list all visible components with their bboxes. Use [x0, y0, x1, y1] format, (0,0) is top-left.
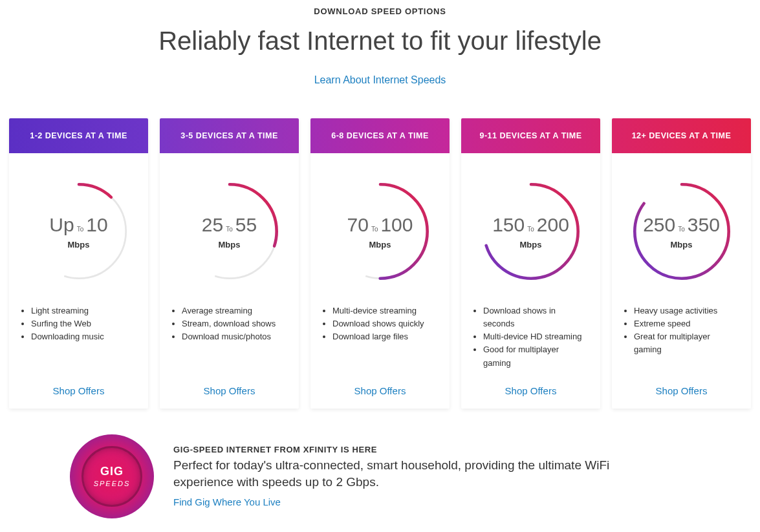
plan-feature: Downloading music	[31, 330, 138, 343]
plan-feature: Multi-device HD streaming	[483, 330, 590, 343]
plan-feature-list: Light streamingSurfing the WebDownloadin…	[9, 304, 148, 370]
speed-high: 350	[688, 214, 720, 236]
speed-to-label: To	[371, 226, 378, 233]
gig-promo: GIG SPEEDS GIG-SPEED INTERNET FROM XFINI…	[0, 409, 760, 531]
speed-gauge: 70To100Mbps	[310, 153, 450, 295]
section-eyebrow: DOWNLOAD SPEED OPTIONS	[0, 0, 760, 16]
gig-text-block: GIG-SPEED INTERNET FROM XFINITY IS HERE …	[173, 445, 689, 508]
shop-offers-link[interactable]: Shop Offers	[505, 385, 557, 396]
speed-high: 10	[86, 214, 107, 236]
speed-low: 150	[492, 214, 525, 236]
plan-card-list: 1-2 DEVICES AT A TIMEUpTo10MbpsLight str…	[0, 118, 760, 409]
plan-feature-list: Average streamingStream, download showsD…	[160, 304, 299, 370]
plan-feature: Stream, download shows	[182, 317, 288, 330]
plan-devices-label: 6-8 DEVICES AT A TIME	[310, 118, 450, 153]
plan-devices-label: 1-2 DEVICES AT A TIME	[9, 118, 148, 153]
gig-badge-title: GIG	[100, 465, 124, 478]
speed-gauge: 250To350Mbps	[612, 153, 751, 295]
speed-to-label: To	[226, 226, 233, 233]
plan-feature: Great for multiplayer gaming	[634, 330, 741, 356]
plan-feature: Good for multiplayer gaming	[483, 343, 590, 369]
speed-gauge: 25To55Mbps	[160, 153, 299, 295]
plan-devices-label: 9-11 DEVICES AT A TIME	[461, 118, 600, 153]
plan-devices-label: 12+ DEVICES AT A TIME	[612, 118, 751, 153]
speed-low: 70	[347, 214, 369, 236]
speed-high: 200	[537, 214, 569, 236]
find-gig-link[interactable]: Find Gig Where You Live	[173, 496, 281, 507]
plan-card: 12+ DEVICES AT A TIME250To350MbpsHeavy u…	[612, 118, 751, 409]
learn-link-row: Learn About Internet Speeds	[0, 74, 760, 86]
speed-gauge: 150To200Mbps	[461, 153, 600, 295]
learn-internet-speeds-link[interactable]: Learn About Internet Speeds	[314, 74, 446, 85]
speed-unit: Mbps	[520, 240, 542, 250]
speed-unit: Mbps	[68, 240, 90, 250]
shop-offers-link[interactable]: Shop Offers	[53, 385, 105, 396]
speed-to-label: To	[527, 226, 534, 233]
plan-feature: Surfing the Web	[31, 317, 138, 330]
shop-offers-link[interactable]: Shop Offers	[656, 385, 708, 396]
speed-gauge: UpTo10Mbps	[9, 153, 148, 295]
plan-feature: Heavy usage activities	[634, 304, 741, 317]
speed-unit: Mbps	[369, 240, 391, 250]
plan-feature: Average streaming	[182, 304, 288, 317]
speed-high: 55	[235, 214, 257, 236]
gig-badge-subtitle: SPEEDS	[94, 480, 131, 487]
plan-devices-label: 3-5 DEVICES AT A TIME	[160, 118, 299, 153]
plan-card: 6-8 DEVICES AT A TIME70To100MbpsMulti-de…	[310, 118, 450, 409]
plan-feature: Light streaming	[31, 304, 138, 317]
plan-feature: Extreme speed	[634, 317, 741, 330]
speed-high: 100	[380, 214, 413, 236]
plan-feature: Download shows in seconds	[483, 304, 590, 330]
speed-low: 25	[202, 214, 223, 236]
plan-feature-list: Multi-device streamingDownload shows qui…	[310, 304, 450, 370]
speed-low: 250	[643, 214, 675, 236]
speed-low: Up	[49, 214, 74, 236]
speed-unit: Mbps	[219, 240, 241, 250]
plan-card: 9-11 DEVICES AT A TIME150To200MbpsDownlo…	[461, 118, 600, 409]
section-headline: Reliably fast Internet to fit your lifes…	[0, 25, 760, 56]
plan-feature: Download music/photos	[182, 330, 288, 343]
gig-body: Perfect for today's ultra-connected, sma…	[173, 457, 639, 491]
plan-feature-list: Download shows in secondsMulti-device HD…	[461, 304, 600, 370]
speed-to-label: To	[77, 226, 84, 233]
plan-feature: Multi-device streaming	[332, 304, 439, 317]
shop-offers-link[interactable]: Shop Offers	[354, 385, 406, 396]
plan-feature: Download shows quickly	[332, 317, 439, 330]
plan-feature-list: Heavy usage activitiesExtreme speedGreat…	[612, 304, 751, 370]
plan-card: 1-2 DEVICES AT A TIMEUpTo10MbpsLight str…	[9, 118, 148, 409]
speed-to-label: To	[678, 226, 685, 233]
gig-eyebrow: GIG-SPEED INTERNET FROM XFINITY IS HERE	[173, 445, 689, 454]
shop-offers-link[interactable]: Shop Offers	[204, 385, 255, 396]
plan-card: 3-5 DEVICES AT A TIME25To55MbpsAverage s…	[160, 118, 299, 409]
gig-speeds-badge-icon: GIG SPEEDS	[70, 434, 154, 518]
plan-feature: Download large files	[332, 330, 439, 343]
speed-unit: Mbps	[671, 240, 693, 250]
